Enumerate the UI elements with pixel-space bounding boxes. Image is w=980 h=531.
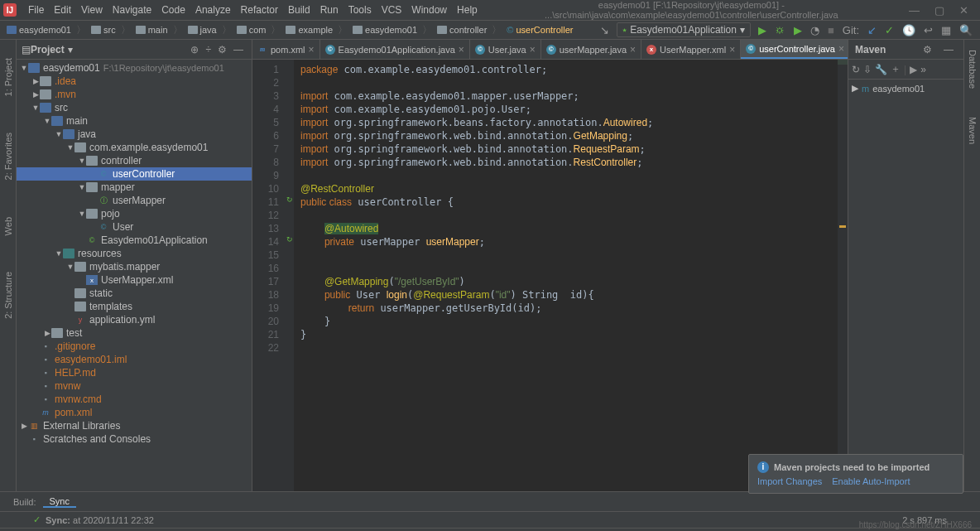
run-button[interactable]: ▶ [754,24,771,36]
breadcrumb-item[interactable]: src [88,25,119,35]
breadcrumb-item[interactable]: ©userController [503,25,576,35]
tree-item[interactable]: ©userController [17,167,252,181]
tree-item[interactable]: ▼mapper [17,181,252,194]
gutter-maven[interactable]: Maven [968,115,978,146]
tree-item[interactable]: static [17,287,252,300]
tree-item[interactable]: ▼easydemo01F:\1Repository\jt\easydemo01 [17,61,252,75]
tree-item[interactable]: ⒾuserMapper [17,194,252,207]
menu-edit[interactable]: Edit [49,4,76,16]
enable-auto-import-link[interactable]: Enable Auto-Import [832,476,910,486]
tree-item[interactable]: ▼resources [17,247,252,260]
tree-item[interactable]: ▪mvnw.cmd [17,393,252,406]
hide-icon[interactable]: — [230,44,247,56]
import-changes-link[interactable]: Import Changes [757,476,822,486]
tab-close-button[interactable]: × [459,44,464,56]
project-tree[interactable]: ▼easydemo01F:\1Repository\jt\easydemo01▶… [17,60,252,491]
breadcrumb-item[interactable]: easydemo01 [349,25,420,35]
tree-item[interactable]: ▼src [17,101,252,114]
plus-icon[interactable]: ＋ [891,62,901,76]
tree-item[interactable]: ▶.mvn [17,88,252,101]
editor-tab[interactable]: ©userController.java× [741,40,848,59]
tree-item[interactable]: ▼pojo [17,207,252,220]
editor-scrollbar[interactable] [838,60,848,491]
generate-icon[interactable]: ⇩ [863,64,872,75]
menu-refactor[interactable]: Refactor [236,4,283,16]
code-editor[interactable]: package com.example.easydemo01.controlle… [294,60,838,491]
close-button[interactable]: ✕ [959,4,968,17]
menu-vcs[interactable]: VCS [377,4,407,16]
sync-tab[interactable]: Sync [43,496,76,508]
breadcrumb-item[interactable]: main [132,25,171,35]
menu-window[interactable]: Window [406,4,452,16]
breadcrumb-item[interactable]: java [185,25,220,35]
tree-item[interactable]: ▪mvnw [17,379,252,393]
reload-icon[interactable]: ↻ [852,64,860,75]
editor-tab[interactable]: ©User.java× [470,40,541,59]
tab-close-button[interactable]: × [530,44,536,56]
tree-item[interactable]: ▼main [17,114,252,128]
editor-tab[interactable]: ©userMapper.java× [541,40,641,59]
tab-close-button[interactable]: × [309,44,315,56]
tree-item[interactable]: ▪HELP.md [17,366,252,379]
minimize-button[interactable]: — [909,4,920,17]
tab-close-button[interactable]: × [630,44,636,56]
project-structure-button[interactable]: ▦ [937,24,955,36]
hide-icon[interactable]: — [940,44,957,56]
gutter-database[interactable]: Database [968,48,978,90]
gutter-web[interactable]: Web [3,215,13,237]
vcs-rollback-button[interactable]: ↩ [920,24,937,36]
tab-close-button[interactable]: × [838,43,844,55]
menu-tools[interactable]: Tools [343,4,377,16]
run-icon[interactable]: ▶ [910,64,917,75]
breadcrumb-item[interactable]: com [233,25,270,35]
menu-view[interactable]: View [76,4,108,16]
maven-root-node[interactable]: ▶ m easydemo01 [852,83,960,94]
run-configuration-selector[interactable]: ⭑ Easydemo01Application ▾ [617,22,751,37]
tree-item[interactable]: ▶test [17,326,252,340]
tree-item[interactable]: ▼java [17,128,252,141]
tree-item[interactable]: ©User [17,220,252,234]
stop-button[interactable]: ■ [824,24,838,36]
tree-item[interactable]: ▪.gitignore [17,340,252,353]
tree-item[interactable]: ▼mybatis.mapper [17,260,252,273]
tree-item[interactable]: ▪Scratches and Consoles [17,432,252,446]
editor-tab[interactable]: ©Easydemo01Application.java× [320,40,470,59]
gutter-favorites[interactable]: 2: Favorites [3,131,13,181]
coverage-button[interactable]: ▶ [790,24,806,36]
expand-icon[interactable]: » [920,64,926,75]
target-icon[interactable]: ⊕ [187,44,202,56]
tree-item[interactable]: templates [17,300,252,313]
tree-item[interactable]: ▼controller [17,154,252,167]
add-icon[interactable]: 🔧 [875,64,887,75]
tree-item[interactable]: ▶.idea [17,75,252,88]
breadcrumb-item[interactable]: controller [434,25,490,35]
maximize-button[interactable]: ▢ [934,4,944,17]
menu-file[interactable]: File [23,4,49,16]
tree-item[interactable]: ▼com.example.easydemo01 [17,141,252,154]
gutter-project[interactable]: 1: Project [3,56,13,98]
tree-item[interactable]: mpom.xml [17,406,252,419]
menu-navigate[interactable]: Navigate [108,4,156,16]
vcs-update-button[interactable]: ↙ [863,24,881,36]
editor-tab[interactable]: mpom.xml× [252,40,320,59]
vcs-commit-button[interactable]: ✓ [881,24,898,36]
editor-tab[interactable]: xUserMapper.xml× [641,40,741,59]
gear-icon[interactable]: ⚙ [214,44,230,56]
profile-button[interactable]: ◔ [806,24,824,36]
breadcrumb-item[interactable]: easydemo01 [3,25,74,35]
menu-help[interactable]: Help [452,4,483,16]
chevron-down-icon[interactable]: ▾ [68,44,73,56]
tree-item[interactable]: yapplication.yml [17,313,252,326]
gear-icon[interactable]: ⚙ [920,44,935,56]
tree-item[interactable]: ©Easydemo01Application [17,234,252,247]
menu-run[interactable]: Run [315,4,343,16]
tab-close-button[interactable]: × [729,44,735,56]
search-everywhere-button[interactable]: 🔍 [955,24,977,36]
tree-item[interactable]: ▶▥External Libraries [17,419,252,432]
tree-item[interactable]: ▪easydemo01.iml [17,353,252,366]
menu-analyze[interactable]: Analyze [190,4,236,16]
tree-item[interactable]: xUserMapper.xml [17,273,252,287]
back-icon[interactable]: ↘ [596,24,613,36]
collapse-icon[interactable]: ÷ [202,44,214,56]
menu-code[interactable]: Code [156,4,190,16]
